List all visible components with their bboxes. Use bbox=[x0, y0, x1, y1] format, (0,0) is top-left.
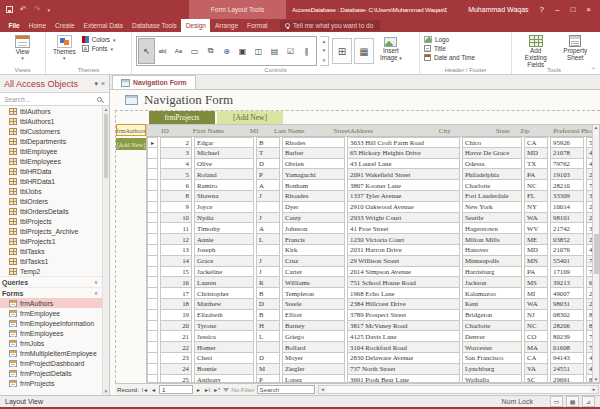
tab-control-icon[interactable]: ⧉ bbox=[203, 39, 218, 63]
add-existing-fields-button[interactable]: Add Existing Fields bbox=[516, 34, 555, 69]
cell[interactable]: Williams bbox=[282, 277, 345, 288]
cell[interactable]: 18 bbox=[160, 299, 192, 310]
cell[interactable]: B bbox=[256, 310, 280, 321]
cell[interactable]: Charlotte bbox=[462, 321, 522, 332]
cell[interactable]: Walhalla bbox=[462, 375, 522, 382]
cell[interactable]: Joseph bbox=[194, 245, 254, 256]
cell[interactable]: Seattle bbox=[462, 213, 522, 224]
nav-tab-frmprojects[interactable]: frmProjects bbox=[149, 111, 215, 124]
cell[interactable]: 13 bbox=[160, 245, 192, 256]
form-title[interactable]: Navigation Form bbox=[144, 92, 233, 108]
cell[interactable]: 15 bbox=[160, 267, 192, 278]
sidebar-item-tblauthors[interactable]: tblAuthors bbox=[0, 106, 102, 116]
cell[interactable]: Bridgeton bbox=[462, 310, 522, 321]
close-button[interactable]: × bbox=[586, 5, 591, 14]
cell[interactable]: 1968 Echo Lane bbox=[347, 288, 460, 299]
cell[interactable]: Barney bbox=[282, 321, 345, 332]
maximize-button[interactable]: □ bbox=[570, 5, 575, 14]
nav-tab-add-new-top[interactable]: [Add New] bbox=[217, 111, 283, 124]
sidebar-item-tbljobs[interactable]: tblJobs bbox=[0, 186, 102, 196]
cell[interactable]: A bbox=[256, 223, 280, 234]
sidebar-item-frmprojectdashboard[interactable]: frmProjectDashboard bbox=[0, 358, 102, 368]
record-selector[interactable] bbox=[147, 148, 158, 159]
shutter-close-icon[interactable]: « bbox=[101, 80, 105, 87]
cell[interactable]: MN bbox=[524, 256, 548, 267]
cell[interactable]: MI bbox=[524, 288, 548, 299]
record-selector[interactable]: ▸ bbox=[147, 137, 158, 148]
cell[interactable]: SC bbox=[524, 375, 548, 382]
cell[interactable]: Odessa bbox=[462, 159, 522, 170]
sidebar-item-tblprojects1[interactable]: tblProjects1 bbox=[0, 236, 102, 246]
chart-control-icon[interactable]: ▦ bbox=[354, 38, 374, 64]
cell[interactable]: WA bbox=[524, 213, 548, 224]
cell[interactable]: Jessica bbox=[194, 331, 254, 342]
cell[interactable]: PA bbox=[524, 267, 548, 278]
collapse-ribbon-icon[interactable]: ⌃ bbox=[591, 66, 596, 73]
cell[interactable]: Griego bbox=[282, 331, 345, 342]
cell[interactable]: T bbox=[256, 148, 280, 159]
cell[interactable]: 3633 Hill Croft Farm Road bbox=[347, 137, 460, 148]
cell[interactable]: MD bbox=[524, 245, 548, 256]
first-record-button[interactable]: I◄ bbox=[141, 387, 149, 393]
property-sheet-button[interactable]: Property Sheet bbox=[558, 34, 592, 62]
cell[interactable]: 98101 bbox=[550, 213, 584, 224]
cell[interactable]: H bbox=[256, 321, 280, 332]
record-selector[interactable] bbox=[147, 213, 158, 224]
scroll-up-icon[interactable]: ▲ bbox=[103, 107, 109, 112]
record-selector[interactable] bbox=[147, 180, 158, 191]
cell[interactable]: Chico bbox=[462, 137, 522, 148]
sidebar-item-frmprojectdetails[interactable]: frmProjectDetails bbox=[0, 368, 102, 378]
cell[interactable]: 01608 bbox=[550, 342, 584, 353]
tell-me-box[interactable]: Tell me what you want to do bbox=[280, 20, 380, 31]
cell[interactable]: Obrien bbox=[282, 159, 345, 170]
cell[interactable]: 21078 bbox=[550, 148, 584, 159]
cell[interactable]: 2014 Simpson Avenue bbox=[347, 267, 460, 278]
attachment-icon[interactable]: ∥ bbox=[299, 39, 314, 63]
gallery-more-icon[interactable]: ≡ bbox=[320, 56, 328, 65]
cell[interactable]: NY bbox=[524, 202, 548, 213]
cell[interactable]: D bbox=[256, 159, 280, 170]
cell[interactable]: L bbox=[256, 234, 280, 245]
document-tab-navigation-form[interactable]: Navigation Form bbox=[112, 75, 196, 89]
tab-home[interactable]: Home bbox=[24, 19, 50, 32]
scroll-right-icon[interactable]: ► bbox=[590, 387, 598, 392]
cell[interactable]: Lynchburg bbox=[462, 364, 522, 375]
cell[interactable]: 3 bbox=[160, 148, 192, 159]
column-header-first-name[interactable]: First Name bbox=[191, 127, 246, 135]
tab-format[interactable]: Format bbox=[243, 19, 273, 32]
sidebar-item-tblemployees[interactable]: tblEmployees bbox=[0, 156, 102, 166]
cell[interactable]: 8 bbox=[160, 191, 192, 202]
column-header-last-name[interactable]: Last Name bbox=[272, 127, 330, 135]
cell[interactable]: NC bbox=[524, 180, 548, 191]
cell[interactable]: 19 bbox=[160, 310, 192, 321]
sidebar-item-tblhrdata1[interactable]: tblHRData1 bbox=[0, 176, 102, 186]
cell[interactable]: Canty bbox=[282, 213, 345, 224]
hyperlink-icon[interactable]: ⊕ bbox=[219, 39, 234, 63]
cell[interactable]: J bbox=[256, 191, 280, 202]
cell[interactable]: TX bbox=[524, 159, 548, 170]
colors-button[interactable]: Colors ▾ bbox=[82, 36, 116, 43]
cell[interactable]: Hagerstown bbox=[462, 223, 522, 234]
cell[interactable]: Tyrone bbox=[194, 321, 254, 332]
cell[interactable]: ME bbox=[524, 234, 548, 245]
cell[interactable]: 29691 bbox=[550, 375, 584, 382]
cell[interactable]: 1337 Tyler Avenue bbox=[347, 191, 460, 202]
cell[interactable]: 21742 bbox=[550, 223, 584, 234]
cell[interactable]: M bbox=[256, 364, 280, 375]
cell[interactable]: 2830 Delaware Avenue bbox=[347, 353, 460, 364]
scrollbar-track[interactable] bbox=[327, 386, 590, 393]
cell[interactable]: Moyer bbox=[282, 353, 345, 364]
tab-arrange[interactable]: Arrange bbox=[210, 19, 242, 32]
record-selector[interactable] bbox=[147, 288, 158, 299]
cell[interactable]: 49007 bbox=[550, 288, 584, 299]
cell[interactable]: 3691 Pooh Bear Lane bbox=[347, 375, 460, 382]
sidebar-scrollbar[interactable]: ▲ ▼ bbox=[102, 106, 109, 395]
cell[interactable]: Elliott bbox=[282, 310, 345, 321]
cell[interactable]: 28206 bbox=[550, 321, 584, 332]
cell[interactable]: Cheri bbox=[194, 353, 254, 364]
sidebar-item-tbldepartments[interactable]: tblDepartments bbox=[0, 136, 102, 146]
cell[interactable]: Annie bbox=[194, 234, 254, 245]
sidebar-item-frmemployees[interactable]: frmEmployees bbox=[0, 328, 102, 338]
cell[interactable]: Harrisburg bbox=[462, 267, 522, 278]
sidebar-item-tblemployee[interactable]: tblEmployee bbox=[0, 146, 102, 156]
